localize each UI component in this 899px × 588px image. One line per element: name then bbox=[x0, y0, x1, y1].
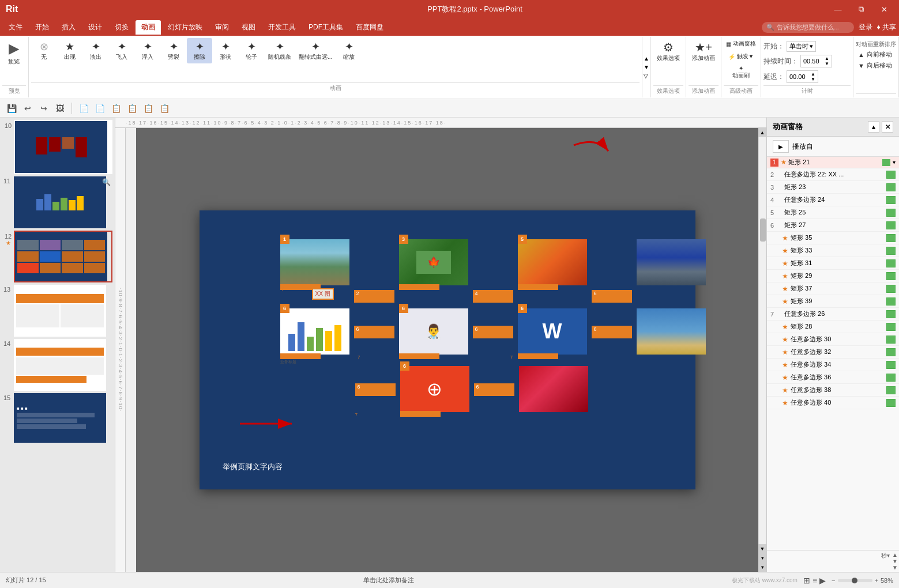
anim-split-button[interactable]: ✦ 劈裂 bbox=[161, 38, 186, 63]
qa-format-button[interactable]: 🖼 bbox=[53, 101, 67, 115]
slide-thumb-10[interactable]: 10 bbox=[14, 120, 112, 174]
menu-design[interactable]: 设计 bbox=[82, 20, 108, 35]
slide-canvas[interactable]: 1 2 🍁 bbox=[136, 128, 758, 572]
anim-item-7[interactable]: · ★ 矩形 33 bbox=[767, 244, 899, 257]
anim-item-18[interactable]: · ★ 任意多边形 38 bbox=[767, 384, 899, 397]
login-button[interactable]: 登录 bbox=[859, 22, 872, 32]
menu-devtools[interactable]: 开发工具 bbox=[262, 20, 302, 35]
zoom-in-btn[interactable]: + bbox=[875, 577, 878, 584]
anim-item-2[interactable]: 3 矩形 23 bbox=[767, 181, 899, 194]
search-box[interactable]: 🔍 告诉我您想要做什么... bbox=[762, 22, 854, 33]
anim-flyin-button[interactable]: ✦ 飞入 bbox=[109, 38, 134, 63]
duration-down[interactable]: ▼ bbox=[825, 61, 829, 66]
anim-scroll-bot-btn[interactable]: ▼ bbox=[892, 564, 898, 571]
outline-view-btn[interactable]: ≡ bbox=[813, 576, 817, 585]
anim-item-8[interactable]: · ★ 矩形 31 bbox=[767, 257, 899, 270]
delay-down[interactable]: ▼ bbox=[811, 77, 815, 82]
menu-review[interactable]: 审阅 bbox=[209, 20, 235, 35]
duration-up[interactable]: ▲ bbox=[825, 56, 829, 61]
qa-placeholder5[interactable]: 📋 bbox=[141, 101, 155, 115]
scroll-up-btn[interactable]: ▲ bbox=[758, 128, 766, 137]
effect-options-button[interactable]: ⚙ 效果选项 bbox=[653, 38, 683, 65]
anim-item-15[interactable]: · ★ 任意多边形 32 bbox=[767, 346, 899, 359]
anim-item-9[interactable]: · ★ 矩形 29 bbox=[767, 270, 899, 282]
anim-item-12[interactable]: 7 任意多边形 26 bbox=[767, 308, 899, 321]
anim-fadeout-button[interactable]: ✦ 淡出 bbox=[83, 38, 108, 63]
add-animation-button[interactable]: ★+ 添加动画 bbox=[689, 38, 719, 65]
scroll-down-btn[interactable]: ▼ bbox=[758, 544, 766, 553]
delay-spin[interactable]: 00.00 ▲ ▼ bbox=[787, 70, 818, 83]
slide-thumb-12[interactable]: 12 ★ bbox=[14, 231, 112, 282]
qa-placeholder4[interactable]: 📋 bbox=[125, 101, 139, 115]
menu-view[interactable]: 视图 bbox=[236, 20, 261, 35]
menu-pdf[interactable]: PDF工具集 bbox=[303, 20, 349, 35]
anim-pane-v-scroll[interactable]: ▲ ▼ ▼ bbox=[892, 552, 898, 571]
anim-item-1[interactable]: 2 任意多边形 22: XX ... bbox=[767, 168, 899, 181]
normal-view-btn[interactable]: ⊞ bbox=[803, 576, 810, 585]
anim-pane-up-btn[interactable]: ▴ bbox=[868, 121, 879, 133]
qa-placeholder1[interactable]: 📄 bbox=[77, 101, 91, 115]
anim-item-4[interactable]: 5 矩形 25 bbox=[767, 206, 899, 219]
selected-dropdown-arrow[interactable]: ▾ bbox=[893, 159, 896, 165]
anim-float-button[interactable]: ✦ 浮入 bbox=[135, 38, 160, 63]
anim-scroll-down[interactable]: ▼ bbox=[642, 63, 650, 71]
start-dropdown[interactable]: 单击时 ▾ bbox=[787, 41, 816, 52]
anim-item-10[interactable]: · ★ 矩形 37 bbox=[767, 282, 899, 295]
zoom-slider[interactable] bbox=[838, 579, 872, 582]
anim-scroll-down-btn[interactable]: ▼ bbox=[892, 558, 898, 564]
anim-item-19[interactable]: · ★ 任意多边形 40 bbox=[767, 397, 899, 409]
delay-up[interactable]: ▲ bbox=[811, 71, 815, 77]
slide-thumb-15[interactable]: 15 ■ ■ ■ bbox=[14, 393, 112, 443]
close-button[interactable]: ✕ bbox=[875, 3, 893, 15]
anim-item-16[interactable]: · ★ 任意多边形 34 bbox=[767, 359, 899, 371]
restore-button[interactable]: ⧉ bbox=[852, 3, 870, 15]
play-button[interactable]: ▶ bbox=[773, 140, 789, 153]
share-button[interactable]: ♦ 共享 bbox=[877, 22, 896, 32]
anim-item-6[interactable]: · ★ 矩形 35 bbox=[767, 232, 899, 244]
anim-more[interactable]: ▽ bbox=[642, 71, 650, 80]
anim-item-14[interactable]: · ★ 任意多边形 30 bbox=[767, 333, 899, 346]
undo-button[interactable]: ↩ bbox=[21, 101, 35, 115]
minimize-button[interactable]: — bbox=[829, 3, 847, 15]
vertical-scrollbar[interactable]: ▲ ▼ ▾ ▾ bbox=[758, 128, 766, 572]
scroll-track[interactable] bbox=[759, 137, 766, 544]
anim-wipe-button[interactable]: ✦ 擦除 bbox=[187, 38, 212, 63]
qa-placeholder6[interactable]: 📋 bbox=[157, 101, 171, 115]
anim-pane-close-btn[interactable]: ✕ bbox=[882, 121, 893, 133]
scroll-more2-btn[interactable]: ▾ bbox=[758, 563, 766, 572]
anim-item-13[interactable]: · ★ 矩形 28 bbox=[767, 321, 899, 333]
zoom-slider-thumb[interactable] bbox=[852, 578, 857, 583]
anim-flip-button[interactable]: ✦ 翻转式由远... bbox=[295, 38, 336, 63]
anim-shape-button[interactable]: ✦ 形状 bbox=[213, 38, 238, 63]
anim-selected-dropdown[interactable]: 1 ★ 矩形 21 ▾ bbox=[767, 157, 899, 168]
slide-note-btn[interactable]: 单击此处添加备注 bbox=[363, 576, 414, 585]
anim-item-3[interactable]: 4 任意多边形 24 bbox=[767, 194, 899, 206]
preview-button[interactable]: ▶ 预览 bbox=[2, 38, 25, 68]
menu-animation[interactable]: 动画 bbox=[136, 20, 161, 35]
menu-slideshow[interactable]: 幻灯片放映 bbox=[162, 20, 208, 35]
slide-thumb-14[interactable]: 14 bbox=[14, 339, 112, 391]
duration-spin[interactable]: 00.50 ▲ ▼ bbox=[800, 55, 832, 67]
qa-placeholder2[interactable]: 📄 bbox=[93, 101, 107, 115]
redo-button[interactable]: ↪ bbox=[37, 101, 51, 115]
menu-home[interactable]: 开始 bbox=[29, 20, 55, 35]
anim-item-11[interactable]: · ★ 矩形 39 bbox=[767, 295, 899, 308]
zoom-out-btn[interactable]: − bbox=[832, 577, 835, 584]
trigger-button[interactable]: ⚡ 触发▼ bbox=[724, 51, 758, 62]
anim-none-button[interactable]: ⊗ 无 bbox=[31, 38, 57, 63]
anim-zoom-button[interactable]: ✦ 缩放 bbox=[336, 38, 362, 63]
move-forward-button[interactable]: ▲ 向前移动 bbox=[856, 50, 894, 59]
anim-scroll-up-btn[interactable]: ▲ bbox=[892, 552, 898, 558]
move-backward-button[interactable]: ▼ 向后移动 bbox=[856, 61, 894, 70]
anim-wheel-button[interactable]: ✦ 轮子 bbox=[239, 38, 264, 63]
slide-thumb-13[interactable]: 13 bbox=[14, 285, 112, 337]
animation-pane-button[interactable]: ▦ 动画窗格 bbox=[724, 38, 758, 50]
scroll-thumb[interactable] bbox=[760, 218, 766, 242]
slide-thumb-11[interactable]: 11 🔍 bbox=[14, 176, 112, 228]
anim-appear-button[interactable]: ★ 出现 bbox=[57, 38, 82, 63]
anim-random-button[interactable]: ✦ 随机线条 bbox=[265, 38, 295, 63]
animation-group-button[interactable]: ✦ 动画刷 bbox=[724, 63, 758, 81]
slideshow-btn[interactable]: ▶ bbox=[819, 576, 826, 585]
anim-item-5[interactable]: 6 矩形 27 bbox=[767, 219, 899, 232]
save-button[interactable]: 💾 bbox=[5, 101, 18, 115]
